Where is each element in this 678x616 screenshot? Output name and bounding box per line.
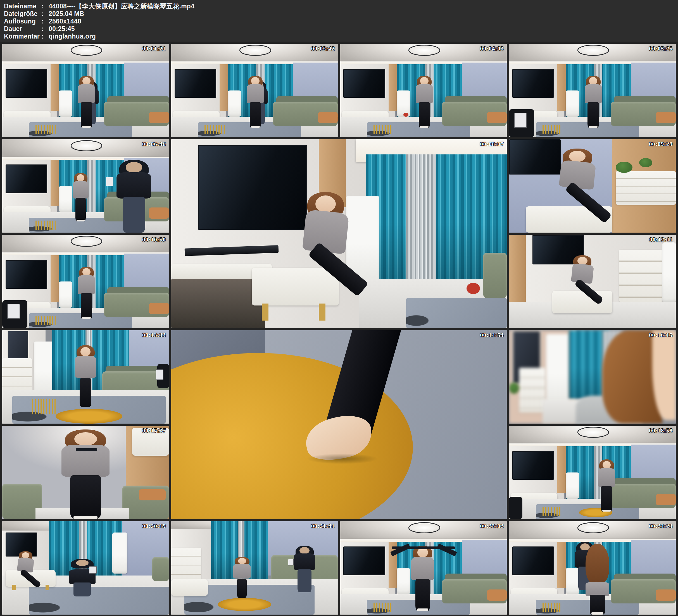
person-head-shape xyxy=(420,77,428,85)
thumbnail-image xyxy=(171,139,507,328)
video-thumbnail: 00:08:07 xyxy=(171,139,507,328)
timestamp-overlay: 00:20:19 xyxy=(142,523,166,530)
person-legs-shape xyxy=(75,198,86,222)
person-figure xyxy=(596,459,618,511)
video-thumbnail: 00:14:54 xyxy=(171,330,507,519)
tv-shape xyxy=(6,69,47,98)
tableWhite-shape xyxy=(171,579,208,596)
thumbnail-image xyxy=(340,521,507,615)
person-head-shape xyxy=(299,547,309,554)
acBig-shape xyxy=(112,533,127,574)
timestamp-overlay: 00:14:54 xyxy=(480,332,504,339)
gold-shape xyxy=(45,585,49,590)
red-shape xyxy=(403,113,408,116)
video-thumbnail: 00:16:15 xyxy=(509,330,676,424)
person-figure xyxy=(76,267,98,319)
person-torso-shape xyxy=(78,84,95,103)
tv-shape xyxy=(343,69,385,98)
separator: : xyxy=(41,25,49,33)
cushO-shape xyxy=(487,112,507,123)
person-torso-shape xyxy=(233,564,251,579)
timestamp-overlay: 00:06:46 xyxy=(142,141,166,148)
timestamp-overlay: 00:10:50 xyxy=(142,236,166,243)
person-hair-shape xyxy=(586,544,609,585)
cabW2-shape xyxy=(616,171,676,205)
video-thumbnail: 00:04:03 xyxy=(340,44,507,137)
strap-shape xyxy=(76,448,98,451)
thumbnail-image xyxy=(509,235,676,328)
video-thumbnail: 00:23:02 xyxy=(340,521,507,615)
tv-shape xyxy=(6,164,47,193)
separator: : xyxy=(41,17,49,25)
cushO-shape xyxy=(318,112,338,123)
person-figure xyxy=(55,429,116,519)
person-figure xyxy=(71,173,91,222)
thumbnail-image xyxy=(509,330,676,424)
tv-shape xyxy=(512,451,554,480)
person-figure xyxy=(66,559,99,600)
person-legs-shape xyxy=(590,595,605,615)
timestamp-overlay: 00:09:29 xyxy=(649,141,673,148)
thumbnail-image xyxy=(509,426,676,519)
lampring-shape xyxy=(71,45,102,55)
person-head-shape xyxy=(82,77,90,85)
rugstripes-shape xyxy=(542,603,563,612)
ac-shape xyxy=(59,281,72,308)
thumbnail-image xyxy=(2,44,169,137)
duration-label: Dauer xyxy=(4,25,41,33)
timestamp-overlay: 00:24:23 xyxy=(649,523,673,530)
sofaChair-shape xyxy=(483,253,507,298)
rugstripes-shape xyxy=(542,125,563,134)
timestamp-overlay: 00:16:15 xyxy=(649,332,673,339)
tvBig-shape xyxy=(198,145,307,230)
thumbnail-image xyxy=(2,426,169,519)
resolution-label: Auflösung xyxy=(4,17,41,25)
video-thumbnail: 00:05:25 xyxy=(509,44,676,137)
thumbnail-image xyxy=(2,521,169,615)
timestamp-overlay: 00:13:33 xyxy=(142,332,166,339)
ac-shape xyxy=(566,90,579,117)
thumbnail-image xyxy=(509,44,676,137)
video-thumbnail: 00:17:37 xyxy=(2,426,169,519)
person-torso-shape xyxy=(73,181,88,199)
timestamp-overlay: 00:17:37 xyxy=(142,427,166,434)
comment-label: Kommentar xyxy=(4,33,41,40)
separator: : xyxy=(41,2,49,10)
video-thumbnail: 00:02:42 xyxy=(171,44,338,137)
lampring-shape xyxy=(577,427,609,437)
thumbnail-image xyxy=(509,139,676,233)
sheer-shape xyxy=(406,154,436,279)
ac-shape xyxy=(397,90,410,117)
person-torso-shape xyxy=(598,468,615,487)
person-torso-shape xyxy=(586,582,609,596)
person-legs-shape xyxy=(237,579,247,598)
person-legs-shape xyxy=(250,102,261,128)
lampring-shape xyxy=(408,522,440,533)
timestamp-overlay: 00:23:02 xyxy=(480,523,504,530)
video-thumbnail: 00:12:11 xyxy=(509,235,676,328)
video-thumbnail: 00:09:29 xyxy=(509,139,676,233)
video-thumbnail: 00:21:41 xyxy=(171,521,338,615)
file-info-row: Dateigröße : 2025.04 MB xyxy=(4,10,678,17)
tv-shape xyxy=(512,546,554,575)
ac-shape xyxy=(59,186,72,212)
person-head-shape xyxy=(315,195,336,213)
person-legs-shape xyxy=(588,102,599,128)
phone-shape xyxy=(106,177,113,186)
person-torso-shape xyxy=(75,356,96,378)
timestamp-overlay: 00:01:21 xyxy=(142,45,166,52)
video-thumbnail: 00:20:19 xyxy=(2,521,169,615)
cushO-shape xyxy=(656,494,676,505)
phone-shape xyxy=(156,370,163,380)
filesize-value: 2025.04 MB xyxy=(49,10,84,17)
red-shape xyxy=(466,283,480,294)
person-head-shape xyxy=(74,432,97,446)
phone-shape xyxy=(89,566,97,574)
file-info-row: Kommentar : qinglanhua.org xyxy=(4,33,678,40)
tv-shape xyxy=(512,69,554,98)
resolution-value: 2560x1440 xyxy=(49,17,81,25)
thumbnail-image xyxy=(171,521,338,615)
lampring-shape xyxy=(71,236,102,246)
file-info-row: Dauer : 00:25:45 xyxy=(4,25,678,33)
lampring-shape xyxy=(239,45,271,55)
